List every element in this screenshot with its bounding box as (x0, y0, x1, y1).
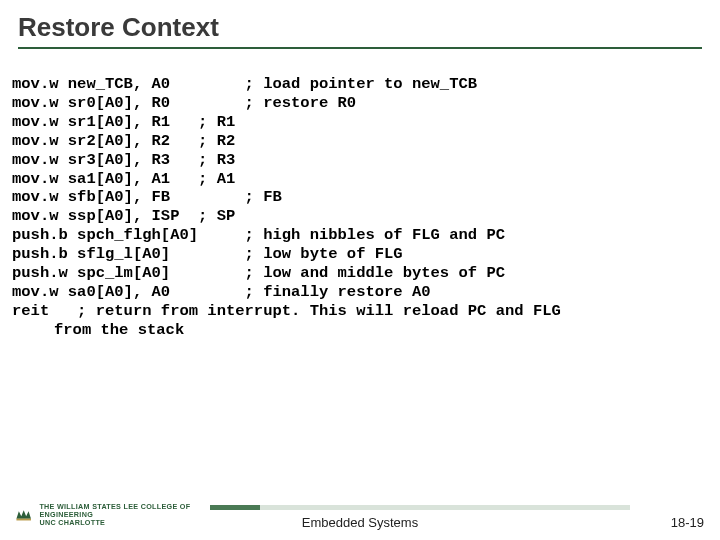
page-number: 18-19 (671, 515, 704, 530)
title-area: Restore Context (0, 0, 720, 55)
footer: THE WILLIAM STATES LEE COLLEGE OF ENGINE… (0, 492, 720, 540)
code-line: mov.w sa0[A0], A0 ; finally restore A0 (12, 283, 431, 301)
code-line: push.b sflg_l[A0] ; low byte of FLG (12, 245, 403, 263)
code-line: mov.w sr1[A0], R1 ; R1 (12, 113, 235, 131)
code-line: mov.w ssp[A0], ISP ; SP (12, 207, 235, 225)
code-block: mov.w new_TCB, A0 ; load pointer to new_… (0, 55, 720, 340)
footer-accent-bar (210, 505, 630, 510)
code-line-indent: from the stack (12, 321, 708, 340)
slide: Restore Context mov.w new_TCB, A0 ; load… (0, 0, 720, 540)
code-line: mov.w sr0[A0], R0 ; restore R0 (12, 94, 356, 112)
code-line: mov.w sr3[A0], R3 ; R3 (12, 151, 235, 169)
code-line: mov.w new_TCB, A0 ; load pointer to new_… (12, 75, 477, 93)
code-line: mov.w sfb[A0], FB ; FB (12, 188, 282, 206)
code-line: reit ; return from interrupt. This will … (12, 302, 561, 320)
title-underline (18, 47, 702, 49)
code-line: mov.w sr2[A0], R2 ; R2 (12, 132, 235, 150)
page-title: Restore Context (18, 12, 702, 43)
footer-center-text: Embedded Systems (0, 515, 720, 530)
code-line: push.w spc_lm[A0] ; low and middle bytes… (12, 264, 505, 282)
code-line: mov.w sa1[A0], A1 ; A1 (12, 170, 235, 188)
code-line: push.b spch_flgh[A0] ; high nibbles of F… (12, 226, 505, 244)
